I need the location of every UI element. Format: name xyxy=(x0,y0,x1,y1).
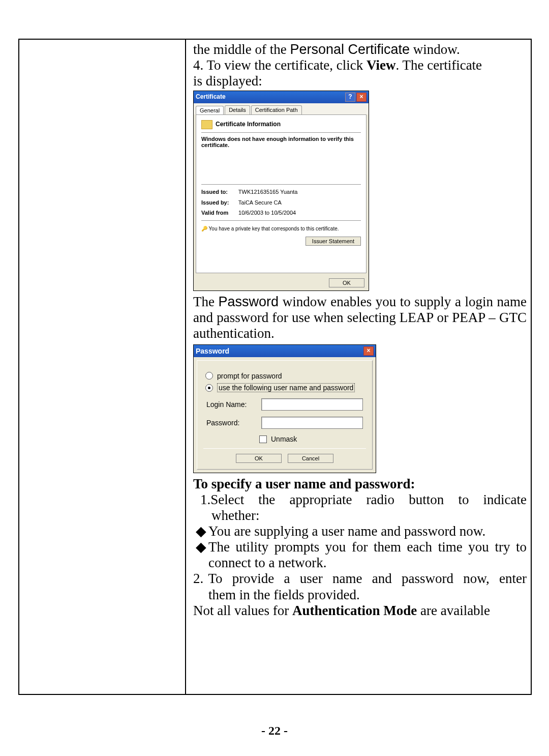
text: are available xyxy=(417,603,490,618)
unmask-label: Unmask xyxy=(271,435,297,443)
to-specify-heading: To specify a user name and password: xyxy=(193,476,527,492)
radio-icon[interactable] xyxy=(205,372,213,380)
step-2: 2. To provide a user name and password n… xyxy=(193,571,527,602)
radio-label: prompt for password xyxy=(217,372,282,380)
text: Authentication Mode xyxy=(292,603,417,618)
text: Personal Certificate xyxy=(290,42,410,57)
login-name-label: Login Name: xyxy=(206,400,257,409)
text: the middle of the xyxy=(193,42,290,57)
intro-line: the middle of the Personal Certificate w… xyxy=(193,42,527,57)
tabs: General Details Certification Path xyxy=(194,103,369,114)
login-name-input[interactable] xyxy=(261,398,363,411)
step-1: 1.Select the appropriate radio button to… xyxy=(193,492,527,524)
table-right-column: the middle of the Personal Certificate w… xyxy=(187,40,531,694)
issued-to-label: Issued to: xyxy=(201,189,237,195)
step-4-line1: 4. To view the certificate, click View. … xyxy=(193,57,527,73)
close-icon[interactable]: × xyxy=(356,93,367,102)
password-paragraph: The Password window enables you to suppl… xyxy=(193,294,527,341)
step-4-line2: is displayed: xyxy=(193,73,527,89)
issuer-statement-button[interactable]: Issuer Statement xyxy=(306,237,361,246)
titlebar[interactable]: Password × xyxy=(194,345,376,357)
valid-from-value: 10/6/2003 to 10/5/2004 xyxy=(238,210,296,216)
window-title: Certificate xyxy=(196,94,344,101)
window-title: Password xyxy=(196,347,362,355)
close-icon[interactable]: × xyxy=(363,346,374,356)
ok-button[interactable]: OK xyxy=(236,454,282,463)
bullet-icon: ◆ xyxy=(193,524,208,539)
text: Not all values for xyxy=(193,603,292,618)
divider xyxy=(201,220,361,221)
tab-details[interactable]: Details xyxy=(225,105,250,114)
certificate-info-heading: Certificate Information xyxy=(201,120,361,129)
text: window. xyxy=(410,42,460,57)
bullet-2: ◆ The utility prompts you for them each … xyxy=(193,539,527,571)
text: 4. To view the certificate, click xyxy=(193,57,367,73)
bullet-text: The utility prompts you for them each ti… xyxy=(208,539,527,571)
issued-to-value: TWK121635165 Yuanta xyxy=(238,189,298,195)
text: The xyxy=(193,294,219,309)
certificate-warning: Windows does not have enough information… xyxy=(201,136,361,149)
text: Password xyxy=(219,294,279,309)
checkbox-icon[interactable] xyxy=(259,435,267,443)
bullet-text: You are supplying a user name and passwo… xyxy=(208,524,527,539)
issued-by-label: Issued by: xyxy=(201,199,237,206)
certificate-details: Issued to: TWK121635165 Yuanta Issued by… xyxy=(201,184,361,246)
radio-prompt-for-password[interactable]: prompt for password xyxy=(205,372,364,380)
dialog-body: prompt for password use the following us… xyxy=(197,360,373,470)
private-key-note: You have a private key that corresponds … xyxy=(201,226,361,232)
tab-general[interactable]: General xyxy=(196,106,224,115)
page-number: - 22 - xyxy=(0,724,549,738)
certificate-dialog: Certificate ? × General Details Certific… xyxy=(193,91,369,291)
text: View xyxy=(367,57,395,73)
help-icon[interactable]: ? xyxy=(345,93,355,102)
tab-certification-path[interactable]: Certification Path xyxy=(251,105,302,114)
valid-from-label: Valid from xyxy=(201,210,237,216)
issued-by-value: TaiCA Secure CA xyxy=(238,199,282,206)
password-label: Password: xyxy=(206,419,257,427)
password-input[interactable] xyxy=(261,417,363,429)
bullet-icon: ◆ xyxy=(193,539,208,571)
titlebar[interactable]: Certificate ? × xyxy=(194,91,369,103)
divider xyxy=(201,184,361,185)
tab-body: Certificate Information Windows does not… xyxy=(196,114,367,273)
bullet-1: ◆ You are supplying a user name and pass… xyxy=(193,524,527,539)
cancel-button[interactable]: Cancel xyxy=(288,454,333,463)
radio-label: use the following user name and password xyxy=(217,383,355,392)
table-left-column xyxy=(19,40,186,694)
unmask-checkbox-row[interactable]: Unmask xyxy=(259,435,366,443)
page-outer-border: the middle of the Personal Certificate w… xyxy=(18,39,532,695)
password-dialog: Password × prompt for password use the f… xyxy=(193,344,376,473)
note-line: Not all values for Authentication Mode a… xyxy=(193,603,527,619)
radio-use-following[interactable]: use the following user name and password xyxy=(205,383,364,392)
ok-button[interactable]: OK xyxy=(329,278,364,287)
divider xyxy=(201,132,361,133)
text: . The certificate xyxy=(395,57,482,73)
radio-icon[interactable] xyxy=(205,384,213,392)
